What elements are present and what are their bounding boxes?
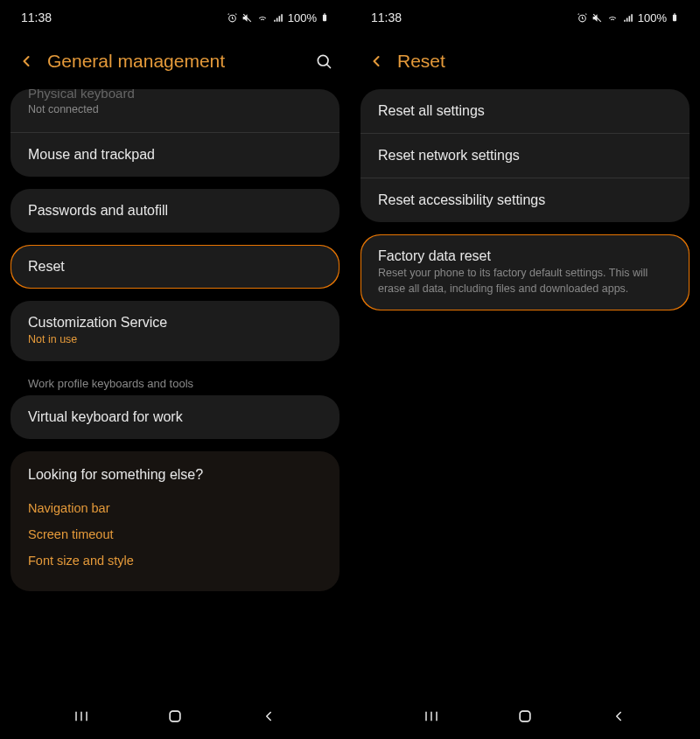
item-title: Customization Service bbox=[28, 315, 322, 331]
alarm-icon bbox=[227, 12, 238, 24]
item-reset[interactable]: Reset bbox=[10, 245, 340, 289]
item-sub: Not in use bbox=[28, 332, 322, 348]
content: Reset all settings Reset network setting… bbox=[350, 89, 700, 694]
page-title: Reset bbox=[397, 51, 682, 72]
link-font-size-style[interactable]: Font size and style bbox=[28, 547, 322, 574]
item-reset-all-settings[interactable]: Reset all settings bbox=[360, 89, 690, 133]
item-sub: Reset your phone to its factory default … bbox=[378, 266, 672, 296]
header: Reset bbox=[350, 35, 700, 89]
svg-rect-17 bbox=[520, 711, 530, 722]
item-title: Reset bbox=[28, 259, 322, 275]
card-passwords: Passwords and autofill bbox=[10, 189, 340, 233]
svg-rect-3 bbox=[324, 13, 326, 14]
search-button[interactable] bbox=[315, 52, 332, 70]
mute-icon bbox=[242, 12, 253, 24]
status-time: 11:38 bbox=[371, 10, 402, 24]
item-sub: Not connected bbox=[28, 102, 322, 118]
item-physical-keyboard[interactable]: Physical keyboard Not connected bbox=[10, 89, 340, 132]
card-reset-options: Reset all settings Reset network setting… bbox=[360, 89, 690, 222]
phone-left: 11:38 100% General management Physical k… bbox=[0, 0, 350, 739]
item-title: Factory data reset bbox=[378, 248, 672, 264]
nav-home[interactable] bbox=[508, 708, 542, 725]
phone-right: 11:38 100% Reset Reset all settings Rese… bbox=[350, 0, 700, 739]
mute-icon bbox=[592, 12, 603, 24]
status-right: 100% bbox=[577, 11, 679, 24]
card-reset: Reset bbox=[10, 245, 340, 289]
card-factory-reset: Factory data reset Reset your phone to i… bbox=[360, 234, 690, 310]
nav-recents[interactable] bbox=[414, 708, 449, 724]
suggestions-title: Looking for something else? bbox=[28, 467, 322, 483]
svg-line-5 bbox=[327, 65, 331, 68]
card-suggestions: Looking for something else? Navigation b… bbox=[10, 451, 340, 591]
item-reset-accessibility-settings[interactable]: Reset accessibility settings bbox=[360, 178, 690, 222]
link-screen-timeout[interactable]: Screen timeout bbox=[28, 521, 322, 547]
item-passwords-autofill[interactable]: Passwords and autofill bbox=[10, 189, 340, 233]
svg-rect-13 bbox=[674, 13, 676, 14]
status-time: 11:38 bbox=[21, 10, 52, 24]
signal-icon bbox=[272, 12, 284, 24]
alarm-icon bbox=[577, 12, 588, 24]
link-navigation-bar[interactable]: Navigation bar bbox=[28, 495, 322, 521]
status-right: 100% bbox=[227, 11, 329, 24]
signal-icon bbox=[622, 12, 634, 24]
item-title: Virtual keyboard for work bbox=[28, 409, 322, 425]
svg-rect-9 bbox=[170, 711, 180, 722]
nav-back[interactable] bbox=[251, 708, 286, 724]
item-factory-data-reset[interactable]: Factory data reset Reset your phone to i… bbox=[360, 234, 690, 310]
status-bar: 11:38 100% bbox=[0, 0, 350, 35]
wifi-icon bbox=[606, 12, 619, 24]
back-button[interactable] bbox=[368, 52, 385, 70]
nav-recents[interactable] bbox=[64, 708, 99, 724]
battery-icon bbox=[320, 11, 329, 24]
header: General management bbox=[0, 35, 350, 89]
page-title: General management bbox=[47, 51, 303, 72]
item-virtual-keyboard-work[interactable]: Virtual keyboard for work bbox=[10, 395, 340, 439]
card-work-keyboard: Virtual keyboard for work bbox=[10, 395, 340, 439]
item-title: Reset network settings bbox=[378, 148, 672, 164]
section-work: Work profile keyboards and tools Virtual… bbox=[10, 373, 340, 439]
nav-home[interactable] bbox=[158, 708, 192, 725]
nav-bar bbox=[0, 694, 350, 739]
content: Physical keyboard Not connected Mouse an… bbox=[0, 89, 350, 694]
status-battery: 100% bbox=[288, 11, 317, 24]
card-keyboard: Physical keyboard Not connected Mouse an… bbox=[10, 89, 340, 177]
nav-bar bbox=[350, 694, 700, 739]
status-battery: 100% bbox=[638, 11, 667, 24]
svg-rect-2 bbox=[323, 15, 326, 22]
status-bar: 11:38 100% bbox=[350, 0, 700, 35]
nav-back[interactable] bbox=[601, 708, 636, 724]
wifi-icon bbox=[256, 12, 269, 24]
item-title: Mouse and trackpad bbox=[28, 147, 322, 163]
item-title: Reset all settings bbox=[378, 103, 672, 119]
back-button[interactable] bbox=[18, 52, 35, 70]
card-customization: Customization Service Not in use bbox=[10, 301, 340, 362]
item-mouse-trackpad[interactable]: Mouse and trackpad bbox=[10, 132, 340, 177]
item-title: Physical keyboard bbox=[28, 89, 322, 101]
item-customization-service[interactable]: Customization Service Not in use bbox=[10, 301, 340, 362]
item-reset-network-settings[interactable]: Reset network settings bbox=[360, 133, 690, 178]
section-label: Work profile keyboards and tools bbox=[10, 373, 340, 390]
svg-rect-12 bbox=[673, 15, 676, 22]
item-title: Passwords and autofill bbox=[28, 203, 322, 219]
item-title: Reset accessibility settings bbox=[378, 192, 672, 208]
battery-icon bbox=[670, 11, 679, 24]
